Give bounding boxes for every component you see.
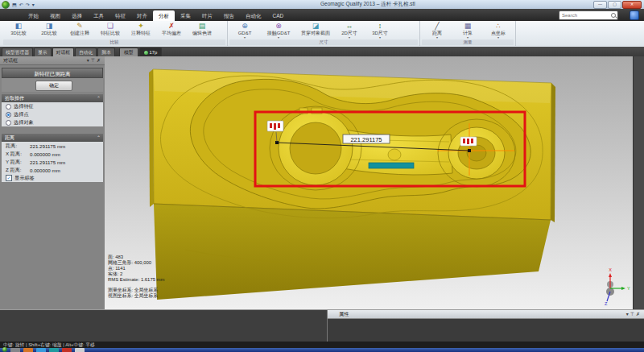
taskbar-app-icon[interactable] bbox=[36, 348, 46, 352]
collapse-icon[interactable]: ⌃ bbox=[97, 94, 101, 102]
viewport-tab-result[interactable]: 17p bbox=[139, 48, 163, 56]
triad-z-label: Z bbox=[605, 301, 608, 306]
radio-icon[interactable] bbox=[6, 112, 11, 118]
tab-automation-panel[interactable]: 自动化 bbox=[75, 48, 97, 56]
close-panel-icon[interactable]: ✗ bbox=[636, 312, 642, 317]
taskbar-app-icon[interactable] bbox=[62, 348, 72, 352]
button-label: 贯穿对象截面 bbox=[301, 31, 330, 36]
distance-button[interactable]: ╱距离 bbox=[422, 22, 452, 39]
radio-icon[interactable] bbox=[6, 120, 11, 126]
tab-blade[interactable]: 叶片 bbox=[196, 10, 218, 21]
radio-select-point[interactable]: 选择点 bbox=[2, 110, 103, 118]
probe-gdt-button[interactable]: ⊗接触GD&T bbox=[260, 22, 297, 39]
ribbon-group-compare: ◧3D比较 ◨2D比较 ✎创建注释 ❏特征比较 ✦注释特征 ✗平均偏差 ▤编辑色… bbox=[2, 21, 228, 46]
search-input[interactable] bbox=[559, 11, 610, 19]
section-header[interactable]: 拾取操作⌃ bbox=[2, 94, 103, 102]
ok-button[interactable]: 确定 bbox=[35, 81, 72, 91]
cross-section-button[interactable]: ◪贯穿对象截面 bbox=[297, 22, 334, 39]
radio-select-object[interactable]: 选择对象 bbox=[2, 118, 103, 126]
tab-report[interactable]: 报告 bbox=[218, 10, 240, 21]
dimension-2d-button[interactable]: ↔2D尺寸 bbox=[334, 22, 365, 39]
help-icon[interactable] bbox=[630, 10, 639, 20]
field-label: Y 距离: bbox=[6, 159, 30, 166]
save-icon[interactable]: ⬒ bbox=[12, 2, 17, 8]
point-coordinate-button[interactable]: ∴点坐标 bbox=[483, 22, 514, 39]
orientation-triad[interactable]: X Y Z bbox=[605, 267, 630, 306]
checkbox-label: 显示标签 bbox=[14, 175, 35, 182]
probe-gdt-icon: ⊗ bbox=[275, 22, 282, 31]
window-title: Geomagic Qualify 2013 – 连杆 卡孔检.stl bbox=[320, 1, 415, 8]
flag-mark bbox=[471, 139, 473, 143]
minimize-button[interactable]: — bbox=[593, 1, 607, 9]
viewport-tab-model[interactable]: 模型 bbox=[119, 48, 138, 56]
tab-view[interactable]: 视图 bbox=[44, 10, 66, 21]
tab-cad[interactable]: CAD bbox=[267, 10, 290, 21]
mouse-hints: 中键: 旋转 | Shift+右键: 缩放 | Alt+中键: 平移 bbox=[3, 342, 95, 347]
taskbar-app-icon[interactable] bbox=[75, 348, 85, 352]
qat-dropdown-icon[interactable]: ▾ bbox=[32, 2, 35, 8]
search-box[interactable] bbox=[559, 10, 618, 20]
pick-operation-section: 拾取操作⌃ 选择特征 选择点 选择对象 bbox=[2, 94, 103, 126]
field-value: 221.291175 mm bbox=[30, 143, 65, 149]
viewport-tab-label: 17p bbox=[150, 48, 158, 57]
redo-icon[interactable]: ↷ bbox=[26, 2, 30, 8]
tab-select[interactable]: 选择 bbox=[66, 10, 88, 21]
right-panel-strip[interactable] bbox=[633, 56, 644, 309]
tab-script[interactable]: 脚本 bbox=[97, 48, 115, 56]
radio-icon[interactable] bbox=[6, 104, 11, 110]
triad-x-label: X bbox=[609, 267, 612, 272]
tab-features[interactable]: 特征 bbox=[109, 10, 131, 21]
compare-3d-button[interactable]: ◧3D比较 bbox=[3, 22, 34, 39]
dialog-title: 新特征已测距离 bbox=[2, 68, 103, 78]
tab-analysis[interactable]: 分析 bbox=[153, 10, 175, 21]
compare-2d-button[interactable]: ◨2D比较 bbox=[34, 22, 64, 39]
feature-compare-button[interactable]: ❏特征比较 bbox=[95, 22, 126, 39]
annotate-feature-button[interactable]: ✦注释特征 bbox=[126, 22, 156, 39]
undo-icon[interactable]: ↶ bbox=[19, 2, 23, 8]
pin-icon[interactable]: ⊤ bbox=[630, 312, 636, 317]
flag-mark bbox=[278, 123, 280, 128]
gdt-button[interactable]: ⊕GD&T bbox=[229, 22, 260, 39]
dialog-ok-row: 确定 bbox=[2, 78, 103, 92]
taskbar-app-icon[interactable] bbox=[23, 348, 33, 352]
tab-display[interactable]: 显示 bbox=[34, 48, 52, 56]
radio-select-feature[interactable]: 选择特征 bbox=[2, 102, 103, 110]
collapse-icon[interactable]: ⌃ bbox=[97, 134, 101, 142]
maximize-button[interactable]: ▢ bbox=[608, 1, 621, 9]
section-header[interactable]: 距离⌃ bbox=[2, 134, 103, 142]
tab-capture[interactable]: 采集 bbox=[175, 10, 196, 21]
stat-rms: RMS Estimate: 1.6175 mm bbox=[108, 277, 164, 283]
tab-dialog[interactable]: 对话框 bbox=[52, 48, 74, 56]
distance-row: 距离:221.291175 mm bbox=[2, 142, 103, 150]
geomagic-logo-icon[interactable] bbox=[2, 1, 10, 9]
properties-panel-header[interactable]: 属性 ▾⊤✗ bbox=[328, 310, 644, 319]
create-annotation-button[interactable]: ✎创建注释 bbox=[64, 22, 95, 39]
tab-automation[interactable]: 自动化 bbox=[240, 10, 267, 21]
close-button[interactable]: ✕ bbox=[622, 1, 642, 9]
calculate-button[interactable]: ▦计算 bbox=[452, 22, 483, 39]
tab-model-manager[interactable]: 模型管理器 bbox=[2, 48, 33, 56]
dimension-3d-icon: ↕ bbox=[378, 22, 382, 31]
dimension-3d-button[interactable]: ↕3D尺寸 bbox=[365, 22, 395, 39]
viewport-tabs: 模型 17p bbox=[119, 48, 162, 56]
viewport-3d[interactable]: 221.291175 X Y Z 面: 483 网格三角形: 400,000 点… bbox=[105, 56, 633, 309]
application-window: ⬒ ↶ ↷ ▾ Geomagic Qualify 2013 – 连杆 卡孔检.s… bbox=[0, 0, 644, 352]
triad-y-label: Y bbox=[627, 286, 630, 291]
edit-spectrum-button[interactable]: ▤编辑色谱 bbox=[187, 22, 217, 39]
panel-header-icons: ▾⊤✗ bbox=[626, 310, 642, 319]
pin-icon[interactable]: ⊤ bbox=[91, 58, 97, 63]
show-label-row[interactable]: ✓显示标签 bbox=[2, 174, 103, 182]
model-statistics: 面: 483 网格三角形: 400,000 点: 1141 实体: 2 RMS … bbox=[108, 255, 164, 299]
taskbar-app-icon[interactable] bbox=[49, 348, 59, 352]
average-deviation-button[interactable]: ✗平均偏差 bbox=[156, 22, 187, 39]
tab-align[interactable]: 对齐 bbox=[131, 10, 153, 21]
cross-section-icon: ◪ bbox=[312, 22, 320, 31]
tab-start[interactable]: 开始 bbox=[23, 10, 44, 21]
start-button-icon[interactable] bbox=[2, 347, 7, 352]
tab-tools[interactable]: 工具 bbox=[88, 10, 109, 21]
taskbar-app-icon[interactable] bbox=[10, 348, 20, 352]
button-label: 2D比较 bbox=[41, 31, 57, 36]
search-icon[interactable] bbox=[611, 13, 616, 18]
checkbox-icon[interactable]: ✓ bbox=[6, 175, 12, 181]
close-panel-icon[interactable]: ✗ bbox=[97, 58, 102, 63]
